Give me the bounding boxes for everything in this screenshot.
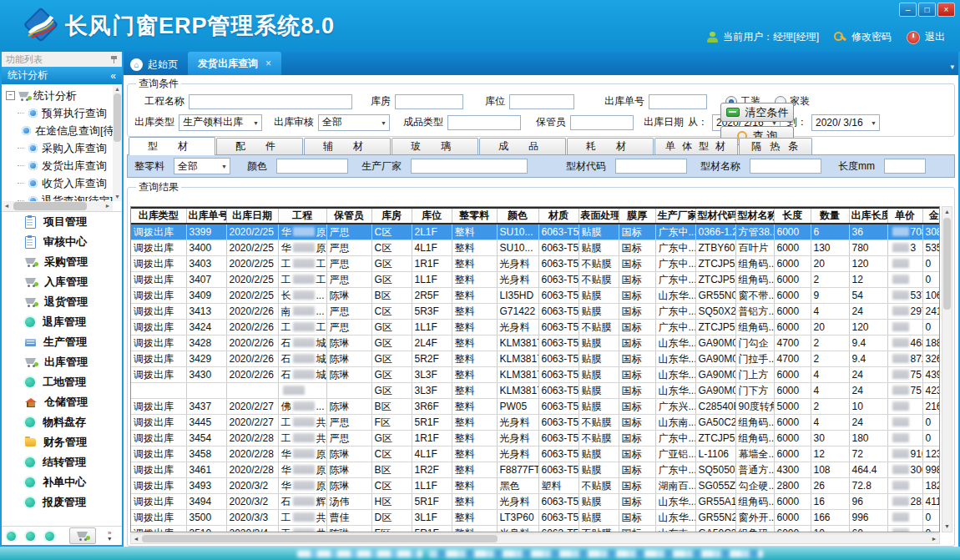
module-dot-icon[interactable] — [45, 532, 54, 541]
tree-vertical-scrollbar[interactable]: ▲ ▼ — [113, 84, 122, 201]
column-header[interactable]: 库位 — [412, 208, 452, 224]
sidebar-group-header[interactable]: 统计分析 « — [2, 67, 122, 84]
material-tab[interactable]: 耗材 — [567, 138, 654, 154]
column-header[interactable]: 出库类型 — [131, 208, 186, 224]
tab-close-icon[interactable]: × — [265, 58, 271, 69]
scroll-thumb[interactable] — [142, 535, 498, 542]
table-horizontal-scrollbar[interactable]: ◄ ► — [130, 533, 940, 544]
table-row[interactable]: 调拨出库33992020/2/25华原...严思C区2L1F整料SU10...6… — [131, 224, 940, 240]
table-row[interactable]: 调拨出库34032020/2/25工工程严思G区1R1F整料光身料6063-T5… — [131, 256, 940, 272]
column-header[interactable]: 出库单号 — [186, 208, 226, 224]
tree-item[interactable]: 采购入库查询 — [18, 139, 113, 157]
scroll-thumb[interactable] — [943, 218, 951, 310]
close-button[interactable]: × — [937, 3, 955, 17]
product-type-input[interactable] — [447, 115, 521, 130]
profile-name-input[interactable] — [750, 159, 821, 174]
material-tab[interactable]: 辅材 — [304, 138, 391, 154]
date-to-select[interactable]: 2020/ 3/16 — [811, 114, 880, 131]
scroll-down-icon[interactable]: ▼ — [113, 192, 122, 201]
accordion-item[interactable]: 仓储管理 — [2, 392, 122, 412]
column-header[interactable]: 生产厂家 — [655, 208, 695, 224]
keeper-input[interactable] — [570, 115, 634, 130]
table-row[interactable]: 调拨出库34302020/2/26石城陈琳G区3L3F整料KLM38176063… — [131, 367, 940, 383]
table-row[interactable]: 调拨出库34292020/2/26石城陈琳G区5R2F整料KLM38176063… — [131, 351, 940, 367]
zhengling-select[interactable]: 全部 — [174, 158, 230, 174]
table-row[interactable]: 调拨出库34072020/2/25工工程严思G区1L1F整料光身料6063-T5… — [131, 272, 940, 288]
material-tab[interactable]: 配件 — [216, 138, 303, 154]
audit-select[interactable]: 全部 — [318, 114, 390, 131]
minimize-button[interactable]: – — [899, 3, 917, 17]
tree-item[interactable]: 在途信息查询[待 — [18, 122, 113, 139]
module-cart-button[interactable] — [69, 527, 96, 544]
table-row[interactable]: 调拨出库34132020/2/26南...严思C区5R3F整料G71422606… — [131, 304, 940, 320]
length-input[interactable] — [884, 159, 926, 174]
scroll-thumb[interactable] — [114, 93, 121, 142]
table-row[interactable]: 调拨出库34582020/2/28华原...陈琳C区4L1F整料光身料6063-… — [131, 446, 940, 462]
tree-item[interactable]: 预算执行查询 — [18, 104, 113, 122]
accordion-item[interactable]: 物料盘存 — [2, 412, 122, 432]
tree-root[interactable]: − 统计分析 — [6, 87, 113, 104]
module-dot-icon[interactable] — [26, 532, 35, 541]
table-row[interactable]: 调拨出库34282020/2/26石城陈琳G区2L4F整料KLM38176063… — [131, 335, 940, 351]
accordion-item[interactable]: 退货管理 — [2, 292, 122, 312]
collapse-icon[interactable]: « — [110, 70, 116, 82]
table-row[interactable]: 调拨出库34372020/2/27佛...陈琳B区3R6F整料PW056063-… — [131, 399, 940, 415]
column-header[interactable]: 库房 — [371, 208, 412, 224]
accordion-item[interactable]: 项目管理 — [2, 212, 122, 232]
manufacturer-input[interactable] — [411, 159, 528, 174]
table-row[interactable]: 调拨出库34932020/3/2华原...陈琳C区1L1F整料黑色塑料不贴膜国标… — [131, 478, 940, 494]
scroll-up-icon[interactable]: ▲ — [942, 207, 952, 217]
tree-item[interactable]: 发货出库查询 — [18, 157, 113, 174]
scroll-up-icon[interactable]: ▲ — [113, 84, 122, 93]
accordion-item[interactable]: 退库管理 — [2, 312, 122, 332]
accordion-item[interactable]: 入库管理 — [2, 272, 122, 292]
accordion-item[interactable]: 报废管理 — [2, 492, 122, 512]
material-tab[interactable]: 玻璃 — [392, 138, 478, 154]
table-vertical-scrollbar[interactable]: ▲ ▼ — [942, 206, 952, 532]
accordion-item[interactable]: 出库管理 — [2, 352, 122, 372]
column-header[interactable]: 出库日期 — [226, 208, 278, 224]
module-dot-icon[interactable] — [7, 532, 16, 541]
pin-icon[interactable] — [110, 55, 118, 64]
table-row[interactable]: 调拨出库35002020/3/3工共工程曹佳D区3L1F整料LT3P606063… — [131, 510, 940, 526]
scroll-thumb[interactable] — [13, 202, 87, 210]
accordion-item[interactable]: 财务管理 — [2, 432, 122, 452]
material-tab[interactable]: 隔热条 — [739, 138, 812, 154]
more-modules-button[interactable]: » ▾ — [108, 530, 111, 542]
column-header[interactable]: 整零料 — [452, 208, 497, 224]
material-tab[interactable]: 成品 — [479, 138, 566, 154]
table-row[interactable]: 调拨出库34242020/2/26工工程严思G区1L1F整料光身料6063-T5… — [131, 320, 940, 335]
change-password-button[interactable]: 修改密码 — [834, 30, 892, 44]
table-row[interactable]: 调拨出库34942020/3/2石辉城汤伟H区5R1F整料光身料6063-T5贴… — [131, 494, 940, 510]
table-row[interactable]: 调拨出库34542020/2/28工共工程严思G区1R1F整料光身料6063-T… — [131, 431, 940, 446]
column-header[interactable]: 长度 — [774, 208, 811, 224]
column-header[interactable]: 型材代码 — [695, 208, 735, 224]
clear-conditions-button[interactable]: 清空条件 — [720, 103, 794, 122]
scroll-down-icon[interactable]: ▼ — [942, 522, 952, 532]
project-name-input[interactable] — [189, 94, 352, 109]
scroll-right-icon[interactable]: ► — [103, 201, 113, 211]
column-header[interactable]: 工程 — [278, 208, 326, 224]
accordion-item[interactable]: 工地管理 — [2, 372, 122, 392]
color-input[interactable] — [276, 159, 348, 174]
tree-expand-icon[interactable]: − — [6, 91, 15, 100]
column-header[interactable]: 颜色 — [497, 208, 538, 224]
tree-item[interactable]: 收货入库查询 — [18, 174, 113, 192]
accordion-item[interactable]: 补单中心 — [2, 472, 122, 492]
column-header[interactable]: 型材名称 — [735, 208, 774, 224]
column-header[interactable]: 材质 — [538, 208, 579, 224]
column-header[interactable]: 出库长度 — [849, 208, 887, 224]
column-header[interactable]: 金额 — [922, 208, 940, 224]
maximize-button[interactable]: □ — [918, 3, 936, 17]
table-row[interactable]: 调拨出库34092020/2/25长...陈琳B区2R5F整料LI35HD606… — [131, 288, 940, 304]
column-header[interactable]: 表面处理 — [579, 208, 619, 224]
table-row[interactable]: G区3L3F整料KLM38176063-T5贴膜国标山东华...GA90M09.… — [131, 383, 940, 399]
material-tab[interactable]: 单体型材 — [654, 138, 738, 154]
scroll-right-icon[interactable]: ► — [929, 534, 939, 543]
scroll-left-icon[interactable]: ◄ — [2, 201, 12, 211]
column-header[interactable]: 数量 — [811, 208, 849, 224]
warehouse-input[interactable] — [395, 94, 463, 109]
accordion-item[interactable]: 采购管理 — [2, 252, 122, 272]
tree-horizontal-scrollbar[interactable]: ◄ ► — [2, 201, 113, 211]
tab-overflow-caret-icon[interactable]: ▾ — [950, 63, 954, 71]
